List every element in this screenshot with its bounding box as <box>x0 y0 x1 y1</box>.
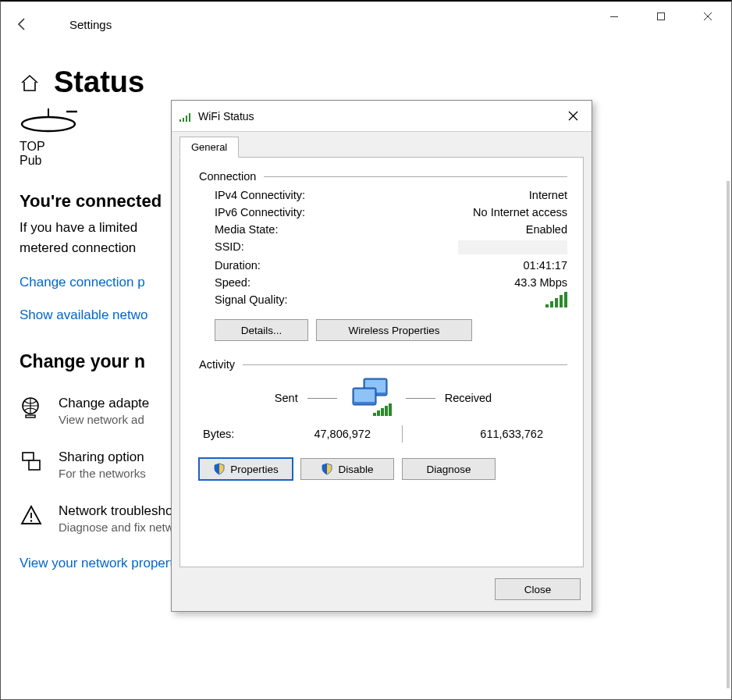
wifi-status-dialog: WiFi Status General Connection IPv4 Conn… <box>171 100 592 612</box>
dialog-titlebar[interactable]: WiFi Status <box>172 101 592 132</box>
maximize-button[interactable] <box>638 2 684 31</box>
sent-label: Sent <box>275 392 298 404</box>
signal-row: Signal Quality: <box>215 293 567 310</box>
dialog-body: Connection IPv4 Connectivity: Internet I… <box>179 157 584 567</box>
bytes-sent-value: 47,806,972 <box>261 428 371 440</box>
svg-rect-18 <box>354 389 375 402</box>
signal-bars-icon <box>545 293 567 310</box>
svg-rect-21 <box>381 408 384 416</box>
media-row: Media State: Enabled <box>215 223 567 236</box>
ipv4-row: IPv4 Connectivity: Internet <box>215 189 567 201</box>
duration-value: 01:41:17 <box>524 259 567 272</box>
svg-rect-10 <box>29 460 40 470</box>
activity-graphic: Sent Received <box>199 377 567 419</box>
ipv6-label: IPv6 Connectivity: <box>215 206 305 219</box>
bytes-received-value: 611,633,762 <box>434 428 543 440</box>
duration-label: Duration: <box>215 259 261 272</box>
diagnose-button[interactable]: Diagnose <box>402 458 496 480</box>
close-window-button[interactable] <box>684 2 731 31</box>
received-label: Received <box>445 392 492 404</box>
ssid-label: SSID: <box>215 240 244 254</box>
printer-icon <box>20 449 43 473</box>
row-sub: For the networks <box>59 467 146 480</box>
shield-icon <box>321 463 333 475</box>
warning-icon <box>20 503 43 527</box>
svg-point-5 <box>22 117 75 131</box>
duration-row: Duration: 01:41:17 <box>215 259 567 272</box>
bytes-row: Bytes: 47,806,972 611,633,762 <box>199 425 567 442</box>
ssid-row: SSID: <box>215 240 567 254</box>
tab-strip: General <box>172 132 592 157</box>
tab-general[interactable]: General <box>179 137 239 158</box>
close-button[interactable]: Close <box>495 578 581 600</box>
status-title-row: Status <box>1 47 731 99</box>
svg-rect-19 <box>373 413 376 416</box>
row-title: Change adapte <box>59 396 149 411</box>
ipv4-value: Internet <box>529 189 567 201</box>
dialog-title: WiFi Status <box>198 110 254 123</box>
scrollbar[interactable] <box>727 181 730 688</box>
settings-titlebar: Settings <box>1 2 731 47</box>
minimize-button[interactable] <box>591 2 638 31</box>
svg-rect-8 <box>26 415 35 418</box>
bytes-label: Bytes: <box>203 428 261 440</box>
media-value: Enabled <box>526 223 567 236</box>
globe-icon <box>20 396 43 419</box>
dialog-close-button[interactable] <box>562 105 584 127</box>
svg-rect-23 <box>389 403 392 416</box>
ipv4-label: IPv4 Connectivity: <box>215 189 305 201</box>
separator <box>402 425 403 442</box>
properties-button[interactable]: Properties <box>199 458 293 480</box>
page-title: Status <box>54 66 144 99</box>
ssid-value <box>458 240 567 254</box>
svg-rect-20 <box>377 410 380 416</box>
media-label: Media State: <box>215 223 278 236</box>
speed-row: Speed: 43.3 Mbps <box>215 276 567 289</box>
back-icon[interactable] <box>13 15 32 34</box>
svg-rect-22 <box>385 406 388 416</box>
shield-icon <box>213 463 226 475</box>
row-title: Sharing option <box>59 449 146 465</box>
wireless-properties-button[interactable]: Wireless Properties <box>316 319 472 341</box>
speed-value: 43.3 Mbps <box>514 276 567 289</box>
svg-rect-1 <box>658 13 665 20</box>
disable-button[interactable]: Disable <box>300 458 394 480</box>
ipv6-value: No Internet access <box>473 206 567 219</box>
monitor-icon <box>346 377 396 419</box>
svg-point-12 <box>30 520 32 521</box>
row-sub: View network ad <box>59 413 149 426</box>
wifi-icon <box>179 111 192 122</box>
group-activity: Activity <box>199 358 567 371</box>
speed-label: Speed: <box>215 276 251 289</box>
signal-label: Signal Quality: <box>215 293 288 310</box>
group-connection: Connection <box>199 170 567 183</box>
ipv6-row: IPv6 Connectivity: No Internet access <box>215 206 567 219</box>
home-icon[interactable] <box>20 73 40 93</box>
svg-rect-9 <box>23 453 34 460</box>
settings-app-title: Settings <box>69 18 112 31</box>
details-button[interactable]: Details... <box>215 319 308 341</box>
